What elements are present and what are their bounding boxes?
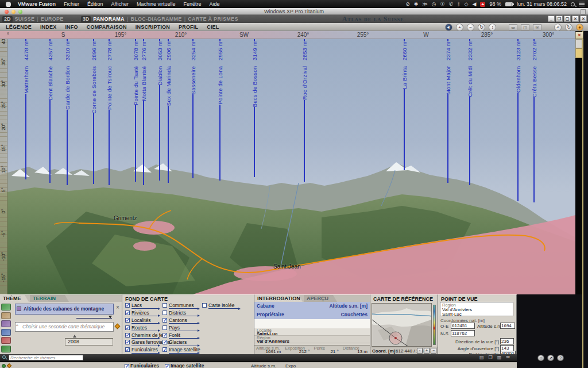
tab-carte-a-prismes[interactable]: CARTE À PRISMES — [188, 16, 238, 22]
vm-resize-icon[interactable] — [581, 9, 586, 14]
time-machine-icon[interactable]: ◷ — [432, 0, 436, 8]
slider-marker-icon[interactable] — [109, 316, 112, 319]
layer-checkbox[interactable]: ✓ — [125, 310, 130, 315]
layer-checkbox[interactable]: ✓ — [163, 340, 167, 344]
zoom-in-button[interactable]: + — [424, 348, 430, 354]
close-app-button[interactable]: ✕ — [572, 16, 579, 22]
mode-2d-badge[interactable]: 2D — [2, 16, 13, 22]
tab-terrain[interactable]: TERRAIN — [30, 295, 69, 302]
nav-ciel[interactable]: CIEL — [207, 24, 219, 30]
minimize-button[interactable]: _ — [548, 16, 555, 22]
tab-bloc-diagramme[interactable]: BLOC-DIAGRAMME — [130, 16, 181, 22]
slider-arrow-icon[interactable] — [198, 322, 200, 324]
layer-slider[interactable] — [131, 323, 158, 324]
layer-checkbox[interactable]: ✓ — [125, 333, 130, 338]
close-window-button[interactable]: ✕ — [580, 16, 587, 22]
zoom-traffic-light[interactable] — [18, 10, 22, 14]
layer-checkbox[interactable]: ✓ — [163, 333, 167, 338]
scrollbar-segment[interactable] — [575, 39, 582, 48]
menu-item-6[interactable]: Aide — [209, 1, 219, 7]
banner-icon[interactable] — [1, 312, 11, 319]
modem-icon[interactable]: ✆ — [449, 0, 454, 8]
ns-field[interactable] — [451, 330, 475, 336]
panorama-scrollbar[interactable] — [575, 39, 582, 294]
close-traffic-light[interactable] — [5, 10, 9, 14]
layer-slider[interactable] — [169, 346, 198, 346]
layer-slider[interactable] — [169, 316, 198, 316]
direction-field[interactable] — [500, 338, 514, 344]
nav-inscription[interactable]: INSCRIPTION — [136, 24, 170, 30]
butterfly-icon[interactable] — [1, 304, 11, 310]
minimize-traffic-light[interactable] — [11, 10, 16, 14]
oe-field[interactable] — [451, 323, 475, 329]
theme-search-input[interactable] — [9, 355, 83, 361]
window-icon[interactable]: ❐ — [489, 354, 493, 361]
layer-checkbox[interactable]: ✓ — [163, 347, 167, 352]
refresh-tool-button[interactable]: ↻ — [478, 24, 485, 31]
book-icon[interactable]: ▥ — [497, 354, 502, 361]
plant-icon[interactable] — [1, 346, 11, 352]
zoom-out-button[interactable]: − — [431, 348, 436, 354]
slider-arrow-icon[interactable] — [158, 337, 160, 339]
layer-slider[interactable] — [169, 308, 198, 309]
tab-apercu[interactable]: APERÇU — [304, 295, 337, 302]
slider-arrow-icon[interactable] — [158, 322, 160, 324]
snowflake-icon[interactable]: ✱ — [414, 0, 419, 8]
layer-checkbox[interactable]: ✓ — [125, 340, 130, 344]
theme-year-field[interactable]: 2008 — [65, 338, 113, 346]
tab-europe[interactable]: EUROPE — [41, 16, 64, 22]
layer-checkbox[interactable]: ✓ — [125, 325, 130, 330]
bluetooth-icon[interactable]: ᛒ — [457, 0, 460, 8]
home-button[interactable]: ⌂ — [537, 355, 544, 361]
tab-panorama[interactable]: PANORAMA — [93, 16, 125, 22]
altitude-field[interactable] — [500, 323, 515, 329]
rosette-icon[interactable] — [1, 320, 11, 327]
sync-icon[interactable]: ⊘ — [405, 0, 410, 8]
year-slider-marker[interactable] — [73, 335, 76, 338]
layer-slider[interactable] — [131, 331, 158, 331]
flag-icon[interactable] — [1, 329, 11, 336]
universal-access-icon[interactable]: ① — [440, 0, 445, 8]
clear-theme-button[interactable]: × — [116, 304, 119, 310]
zoom-in-tool-button[interactable]: + — [456, 24, 463, 31]
mail-view-button[interactable]: ✉ — [533, 24, 541, 30]
layer-slider[interactable] — [131, 338, 158, 339]
back-button[interactable]: « — [554, 24, 562, 31]
elevation-tool-button[interactable]: ↕ — [489, 24, 496, 31]
layer-slider[interactable] — [131, 308, 158, 309]
document-icon[interactable]: ▤ — [479, 354, 484, 361]
vmware-window-titlebar[interactable]: Windows XP Pro Titanium — [0, 8, 588, 15]
second-theme-combo[interactable]: Choisir une seconde carte thématique — [15, 322, 114, 332]
menu-item-2[interactable]: Édition — [87, 1, 103, 7]
vehicle-icon[interactable] — [1, 337, 11, 344]
tab-suisse[interactable]: SUISSE — [15, 16, 35, 22]
maximize-button[interactable]: ▢ — [564, 16, 571, 22]
layer-checkbox[interactable] — [163, 310, 167, 315]
close-panorama-button[interactable]: × — [575, 32, 583, 39]
nav-comparaison[interactable]: COMPARAISON — [87, 24, 127, 30]
layer-checkbox[interactable] — [163, 303, 167, 308]
record-button[interactable]: ● — [576, 24, 583, 31]
swiss-flag-icon[interactable] — [480, 2, 485, 7]
reference-map[interactable] — [372, 303, 432, 347]
layer-checkbox[interactable] — [163, 325, 167, 330]
layer-checkbox[interactable]: ✓ — [125, 347, 130, 352]
theme-opacity-slider[interactable] — [76, 318, 112, 319]
nav-index[interactable]: INDEX — [40, 24, 57, 30]
slider-arrow-icon[interactable] — [198, 329, 200, 332]
apple-icon[interactable] — [6, 2, 11, 7]
combo-diamond-icon[interactable] — [115, 324, 121, 329]
fastforward-icon[interactable]: ≫ — [422, 0, 427, 8]
slider-arrow-icon[interactable] — [158, 344, 160, 347]
slider-arrow-icon[interactable] — [158, 315, 160, 317]
menu-item-4[interactable]: Machine virtuelle — [137, 1, 176, 7]
split-view-button[interactable]: ◫ — [521, 24, 529, 30]
slider-arrow-icon[interactable] — [158, 308, 160, 310]
selected-theme-box[interactable]: Altitude des cabanes de montagne — [15, 304, 114, 315]
zoom-out-tool-button[interactable]: − — [467, 24, 474, 31]
layer-slider[interactable] — [131, 353, 158, 354]
layer-slider[interactable] — [169, 353, 198, 354]
mail-icon[interactable]: ✉ — [506, 354, 510, 361]
tab-theme[interactable]: THÈME — [0, 295, 29, 302]
slider-arrow-icon[interactable] — [198, 337, 200, 339]
